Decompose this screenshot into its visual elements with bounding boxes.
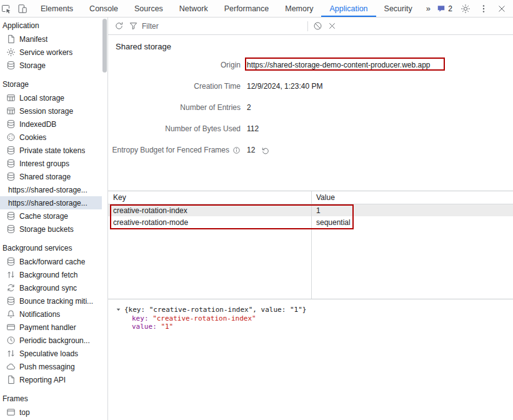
section-header-application[interactable]: Application	[0, 19, 102, 32]
column-header-value[interactable]: Value	[311, 193, 513, 202]
sidebar-item-label: Storage buckets	[19, 225, 74, 234]
sidebar-item-bounce-tracking[interactable]: Bounce tracking miti...	[0, 294, 102, 308]
sidebar-item-shared-storage-origin-1[interactable]: https://shared-storage...	[0, 183, 102, 196]
sidebar-item-interest-groups[interactable]: Interest groups	[0, 157, 102, 170]
filter-control	[129, 21, 302, 31]
up-down-arrows-icon	[6, 270, 16, 279]
sidebar-item-label: Storage	[19, 61, 46, 70]
sidebar-item-storage-buckets[interactable]: Storage buckets	[0, 222, 102, 236]
sidebar-item-service-workers[interactable]: Service workers	[0, 46, 102, 59]
sidebar-item-label: Service workers	[19, 48, 72, 57]
settings-button[interactable]	[461, 4, 471, 14]
sidebar-item-label: Background fetch	[19, 271, 77, 279]
up-down-arrows-icon	[6, 349, 16, 358]
delete-all-button[interactable]	[313, 21, 322, 31]
issues-counter[interactable]: 2	[437, 4, 452, 13]
table-row[interactable]: creative-rotation-mode sequential	[108, 216, 513, 228]
sidebar-item-manifest[interactable]: Manifest	[0, 32, 102, 46]
scrollbar-thumb[interactable]	[102, 19, 107, 72]
issues-icon	[437, 4, 446, 13]
sidebar-item-reporting-api[interactable]: Reporting API	[0, 373, 102, 386]
sidebar-item-notifications[interactable]: Notifications	[0, 308, 102, 321]
sidebar-item-speculative-loads[interactable]: Speculative loads	[0, 347, 102, 360]
database-icon	[6, 159, 16, 168]
tab-memory[interactable]: Memory	[277, 0, 321, 17]
section-header-storage[interactable]: Storage	[0, 78, 102, 91]
property-value: "creative-rotation-index"	[152, 314, 256, 322]
refresh-button[interactable]	[114, 21, 124, 31]
tab-elements[interactable]: Elements	[32, 0, 81, 17]
table-row[interactable]: creative-rotation-index 1	[108, 204, 513, 216]
sidebar-item-cookies[interactable]: Cookies	[0, 131, 102, 144]
devtools-tabbar: Elements Console Sources Network Perform…	[0, 0, 513, 18]
creation-time: 12/9/2024, 1:23:40 PM	[247, 82, 322, 91]
section-header-background-services[interactable]: Background services	[0, 242, 102, 255]
database-icon	[6, 119, 16, 129]
section-header-frames[interactable]: Frames	[0, 392, 102, 406]
tab-network[interactable]: Network	[171, 0, 216, 17]
sidebar-item-payment-handler[interactable]: Payment handler	[0, 321, 102, 334]
database-icon	[6, 172, 16, 181]
preview-summary-line: {key: "creative-rotation-index", value: …	[116, 306, 513, 314]
cookie-icon	[6, 132, 16, 142]
database-icon	[6, 296, 16, 306]
column-header-key[interactable]: Key	[108, 193, 311, 202]
entropy-budget-number: 12	[247, 146, 255, 155]
table-icon	[6, 93, 16, 102]
sidebar-item-back-forward-cache[interactable]: Back/forward cache	[0, 255, 102, 268]
bytes-used-value: 112	[247, 124, 513, 134]
sidebar-item-label: IndexedDB	[19, 120, 56, 129]
sidebar-item-push-messaging[interactable]: Push messaging	[0, 360, 102, 373]
inspect-element-button[interactable]	[1, 4, 11, 14]
sidebar-item-private-state-tokens[interactable]: Private state tokens	[0, 144, 102, 157]
x-delete-icon	[327, 21, 337, 31]
sidebar-item-top-frame[interactable]: top	[0, 406, 102, 419]
sidebar-item-shared-storage-origin-2-selected[interactable]: https://shared-storage...	[0, 196, 102, 209]
sidebar-item-storage[interactable]: Storage	[0, 59, 102, 72]
sidebar-item-label: Cookies	[19, 133, 46, 142]
sidebar-item-indexeddb[interactable]: IndexedDB	[0, 118, 102, 131]
expand-triangle-icon[interactable]	[116, 307, 121, 312]
entropy-budget-label: Entropy Budget for Fenced Frames	[108, 146, 241, 155]
sidebar-item-cache-storage[interactable]: Cache storage	[0, 209, 102, 222]
sidebar-item-label: Local storage	[19, 94, 64, 102]
sidebar-item-session-storage[interactable]: Session storage	[0, 104, 102, 118]
delete-selected-button[interactable]	[327, 21, 337, 31]
block-clear-icon	[313, 21, 322, 31]
tab-sources[interactable]: Sources	[126, 0, 171, 17]
sidebar-item-background-sync[interactable]: Background sync	[0, 281, 102, 294]
sidebar-scrollbar[interactable]	[102, 18, 107, 420]
entries-count-value: 2	[247, 103, 513, 112]
sidebar-item-periodic-background-sync[interactable]: Periodic backgroun...	[0, 334, 102, 347]
tab-console[interactable]: Console	[81, 0, 126, 17]
row-value-cell: sequential	[311, 218, 513, 227]
undo-reset-icon	[261, 146, 270, 155]
more-options-button[interactable]	[479, 4, 489, 14]
close-devtools-button[interactable]	[497, 4, 507, 14]
table-icon	[6, 106, 16, 116]
device-toolbar-button[interactable]	[17, 4, 27, 14]
tab-performance[interactable]: Performance	[216, 0, 277, 17]
sidebar-item-background-fetch[interactable]: Background fetch	[0, 268, 102, 281]
sidebar-section-storage: Storage Local storage Session storage In…	[0, 78, 102, 236]
sidebar-item-label: Background sync	[19, 284, 77, 292]
payment-card-icon	[6, 322, 16, 332]
row-key-cell: creative-rotation-index	[108, 206, 311, 215]
sidebar-item-local-storage[interactable]: Local storage	[0, 91, 102, 104]
reset-budget-button[interactable]	[261, 146, 270, 155]
entries-count-label: Number of Entries	[108, 103, 241, 112]
info-icon[interactable]	[232, 146, 241, 154]
sidebar-item-label: https://shared-storage...	[8, 199, 87, 208]
tab-application[interactable]: Application	[321, 0, 376, 17]
bytes-used: 112	[247, 124, 259, 134]
filter-input[interactable]	[142, 22, 292, 31]
database-icon	[6, 61, 16, 70]
sidebar-item-label: Cache storage	[19, 212, 68, 221]
toolbar-divider	[307, 21, 308, 31]
creation-time-label: Creation Time	[108, 82, 241, 91]
sidebar-item-shared-storage[interactable]: Shared storage	[0, 170, 102, 183]
sidebar-section-frames: Frames top	[0, 392, 102, 419]
tab-security[interactable]: Security	[376, 0, 421, 17]
column-divider[interactable]	[311, 191, 312, 299]
more-tabs-button[interactable]: »	[421, 0, 436, 17]
